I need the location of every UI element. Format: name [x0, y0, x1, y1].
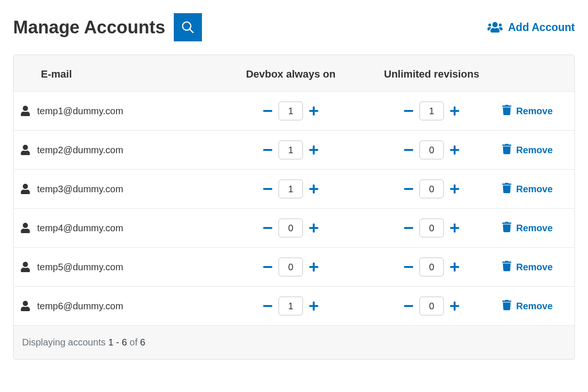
account-email: temp3@dummy.com	[37, 184, 220, 195]
unlimited-input[interactable]	[419, 219, 444, 237]
remove-button[interactable]: Remove	[502, 222, 575, 235]
decrement-button[interactable]	[262, 261, 274, 273]
page-title: Manage Accounts	[13, 17, 165, 38]
table-row: temp5@dummy.comRemove	[14, 247, 574, 287]
header-left: Manage Accounts	[13, 13, 202, 41]
unlimited-stepper	[361, 297, 502, 315]
devbox-stepper	[220, 141, 361, 159]
increment-button[interactable]	[308, 261, 320, 273]
decrement-button[interactable]	[262, 300, 274, 312]
increment-button[interactable]	[449, 261, 461, 273]
decrement-button[interactable]	[402, 222, 415, 234]
trash-icon	[502, 261, 511, 274]
trash-icon	[502, 222, 511, 235]
page: Manage Accounts Add Account E-mail Devbo…	[0, 0, 588, 392]
remove-button[interactable]: Remove	[502, 261, 575, 274]
unlimited-stepper	[361, 219, 502, 237]
table-row: temp3@dummy.comRemove	[14, 169, 574, 209]
increment-button[interactable]	[449, 144, 461, 156]
trash-icon	[502, 183, 511, 196]
unlimited-stepper	[361, 141, 502, 159]
increment-button[interactable]	[449, 222, 461, 234]
devbox-input[interactable]	[279, 102, 303, 120]
unlimited-input[interactable]	[419, 102, 444, 120]
unlimited-input[interactable]	[419, 297, 444, 315]
unlimited-stepper	[361, 180, 502, 198]
remove-button[interactable]: Remove	[502, 183, 575, 196]
user-icon	[14, 301, 37, 311]
remove-label: Remove	[516, 145, 553, 156]
remove-button[interactable]: Remove	[502, 144, 575, 157]
devbox-input[interactable]	[279, 141, 303, 159]
unlimited-stepper	[361, 102, 502, 120]
devbox-stepper	[220, 297, 361, 315]
table-footer: Displaying accounts 1 - 6 of 6	[14, 326, 574, 359]
table-row: temp6@dummy.comRemove	[14, 286, 574, 326]
account-email: temp1@dummy.com	[37, 106, 220, 117]
table-body: temp1@dummy.comRemovetemp2@dummy.comRemo…	[14, 91, 574, 326]
decrement-button[interactable]	[402, 261, 415, 273]
decrement-button[interactable]	[402, 105, 415, 117]
unlimited-input[interactable]	[419, 258, 444, 276]
increment-button[interactable]	[308, 183, 320, 195]
footer-total: 6	[140, 337, 145, 347]
devbox-stepper	[220, 258, 361, 276]
remove-button[interactable]: Remove	[502, 105, 575, 118]
increment-button[interactable]	[308, 105, 320, 117]
user-icon	[14, 145, 37, 155]
decrement-button[interactable]	[402, 300, 415, 312]
remove-label: Remove	[516, 184, 553, 195]
devbox-stepper	[220, 219, 361, 237]
increment-button[interactable]	[308, 222, 320, 234]
remove-label: Remove	[516, 262, 553, 273]
footer-range: 1 - 6	[108, 337, 127, 347]
decrement-button[interactable]	[402, 144, 415, 156]
increment-button[interactable]	[308, 300, 320, 312]
add-account-button[interactable]: Add Account	[487, 20, 575, 35]
trash-icon	[502, 105, 511, 118]
col-devbox: Devbox always on	[220, 68, 361, 80]
increment-button[interactable]	[449, 105, 461, 117]
devbox-stepper	[220, 102, 361, 120]
increment-button[interactable]	[308, 144, 320, 156]
devbox-input[interactable]	[279, 219, 303, 237]
decrement-button[interactable]	[262, 183, 274, 195]
user-icon	[14, 184, 37, 194]
unlimited-stepper	[361, 258, 502, 276]
remove-button[interactable]: Remove	[502, 300, 575, 313]
remove-label: Remove	[516, 301, 553, 312]
trash-icon	[502, 144, 511, 157]
account-email: temp5@dummy.com	[37, 262, 220, 273]
devbox-input[interactable]	[279, 180, 303, 198]
unlimited-input[interactable]	[419, 180, 444, 198]
devbox-input[interactable]	[279, 297, 303, 315]
table-row: temp4@dummy.comRemove	[14, 208, 574, 248]
remove-label: Remove	[516, 106, 553, 117]
search-icon	[181, 20, 195, 34]
table-row: temp1@dummy.comRemove	[14, 91, 574, 131]
devbox-stepper	[220, 180, 361, 198]
user-icon	[14, 262, 37, 272]
account-email: temp6@dummy.com	[37, 301, 220, 312]
accounts-panel: E-mail Devbox always on Unlimited revisi…	[13, 55, 575, 360]
account-email: temp2@dummy.com	[37, 145, 220, 156]
footer-of: of	[127, 337, 140, 347]
unlimited-input[interactable]	[419, 141, 444, 159]
increment-button[interactable]	[449, 183, 461, 195]
col-unlimited: Unlimited revisions	[361, 68, 502, 80]
search-button[interactable]	[174, 13, 202, 41]
decrement-button[interactable]	[262, 144, 274, 156]
increment-button[interactable]	[449, 300, 461, 312]
user-icon	[14, 223, 37, 233]
decrement-button[interactable]	[402, 183, 415, 195]
account-email: temp4@dummy.com	[37, 223, 220, 234]
decrement-button[interactable]	[262, 222, 274, 234]
table-header: E-mail Devbox always on Unlimited revisi…	[14, 55, 574, 92]
devbox-input[interactable]	[279, 258, 303, 276]
footer-prefix: Displaying accounts	[22, 337, 108, 347]
decrement-button[interactable]	[262, 105, 274, 117]
user-icon	[14, 106, 37, 116]
header: Manage Accounts Add Account	[13, 13, 575, 41]
trash-icon	[502, 300, 511, 313]
add-account-label: Add Account	[508, 21, 575, 34]
